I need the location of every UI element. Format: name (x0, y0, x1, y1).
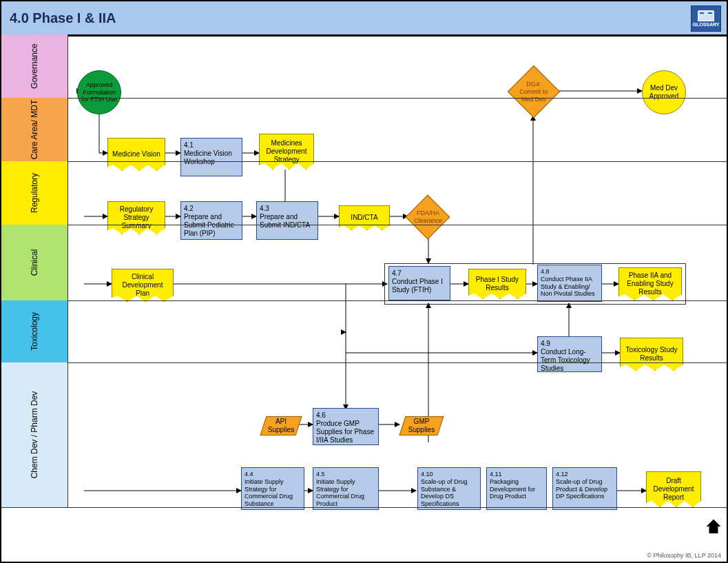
lane-governance: Governance (1, 34, 68, 99)
lane-care: Care Area/ MDT (1, 98, 68, 162)
lane-clinical: Clinical (1, 225, 68, 301)
glossary-button[interactable]: GLOSSARY (691, 6, 721, 32)
lane-row-governance (67, 34, 727, 99)
lane-toxicology: Toxicology (1, 300, 68, 363)
lane-row-regulatory (67, 161, 727, 225)
lane-regulatory: Regulatory (1, 161, 68, 225)
lane-row-toxicology (67, 300, 727, 363)
page-title: 4.0 Phase I & IIA (1, 1, 727, 37)
lane-row-chem (67, 362, 727, 508)
lane-row-care (67, 98, 727, 162)
footer-copyright: © Philosophy IB, LLP 2014 (647, 552, 721, 559)
lane-row-clinical (67, 225, 727, 301)
lane-chem: Chem Dev / Pharm Dev (1, 362, 68, 508)
